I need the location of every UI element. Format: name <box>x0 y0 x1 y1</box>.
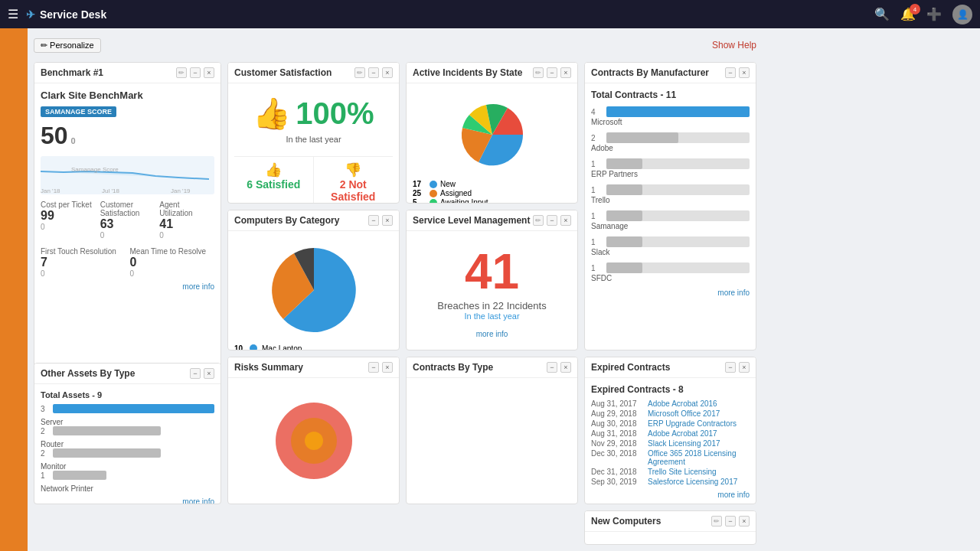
other-assets-close-btn[interactable]: × <box>204 368 214 379</box>
new-computers-header: New Computers ✏ − × <box>585 511 756 532</box>
satisfaction-subtitle: In the last year <box>234 135 393 144</box>
contracts-mfr-close-btn[interactable]: × <box>739 67 750 78</box>
customer-sat-close-btn[interactable]: × <box>382 67 393 78</box>
not-satisfied-col: 👎 2 Not Satisfied <box>314 157 394 204</box>
benchmark-edit-btn[interactable]: ✏ <box>176 67 187 78</box>
nav-icons: 🔍 🔔 4 ➕ 👤 <box>874 5 972 24</box>
contracts-type-widget: Contracts By Type − × <box>406 357 578 504</box>
show-help-link[interactable]: Show Help <box>712 40 756 51</box>
personalize-button[interactable]: ✏ Personalize <box>34 38 101 53</box>
metric-first-touch: First Touch Resolution 7 0 <box>41 247 126 278</box>
top-nav: ☰ ✈ Service Desk 🔍 🔔 4 ➕ 👤 <box>0 0 980 28</box>
computers-cat-close-btn[interactable]: × <box>382 215 393 226</box>
contracts-type-close-btn[interactable]: × <box>560 362 571 373</box>
asset-bar-row: 2 <box>41 426 214 435</box>
other-assets-more-info[interactable]: more info <box>41 497 214 504</box>
expired-contract-link[interactable]: ERP Upgrade Contractors <box>648 419 737 428</box>
contracts-type-header: Contracts By Type − × <box>407 357 577 378</box>
contracts-mfr-more-info[interactable]: more info <box>591 289 750 297</box>
slm-more-info[interactable]: more info <box>476 330 508 338</box>
slm-subtitle: In the last year <box>464 311 519 321</box>
expired-header: Expired Contracts − × <box>585 357 756 378</box>
benchmark-close-btn[interactable]: × <box>204 67 214 78</box>
customer-sat-minimize-btn[interactable]: − <box>368 67 379 78</box>
customer-sat-edit-btn[interactable]: ✏ <box>354 67 365 78</box>
legend-row-awaiting: 5 Awaiting Input <box>413 198 571 204</box>
expired-contract-link[interactable]: Adobe Acrobat 2017 <box>648 429 717 438</box>
contracts-type-minimize-btn[interactable]: − <box>547 362 557 373</box>
expired-more-info[interactable]: more info <box>591 491 750 499</box>
legend-row-new: 17 New <box>413 180 571 188</box>
customer-sat-controls: ✏ − × <box>354 67 393 78</box>
svg-text:Jan '18: Jan '18 <box>41 187 60 194</box>
hamburger-icon[interactable]: ☰ <box>8 7 18 21</box>
svg-text:Jul '18: Jul '18 <box>102 187 119 194</box>
new-computers-minimize-btn[interactable]: − <box>725 516 736 527</box>
risks-title: Risks Summary <box>234 362 368 373</box>
left-sidebar <box>0 28 28 551</box>
expired-contract-link[interactable]: Slack Licensing 2017 <box>648 439 720 448</box>
new-computers-body <box>585 532 756 544</box>
computers-cat-legend: 10 Mac Laptop 2 Server 1 Laptop <box>234 344 393 351</box>
slm-widget: Service Level Management ✏ − × 41 Breach… <box>406 210 578 351</box>
customer-satisfaction-widget: Customer Satisfaction ✏ − × 👍 100% In th… <box>227 62 400 204</box>
slm-title: Service Level Management <box>413 215 533 226</box>
svg-point-6 <box>305 432 323 450</box>
other-assets-title: Other Assets By Type <box>41 368 190 379</box>
benchmark-chart: Jan '18 Jul '18 Jan '19 Samanage Score <box>41 156 214 194</box>
assigned-dot <box>430 190 437 197</box>
expired-contract-link[interactable]: Adobe Acrobat 2016 <box>648 399 717 408</box>
slm-minimize-btn[interactable]: − <box>547 215 557 226</box>
new-computers-controls: ✏ − × <box>711 516 750 527</box>
incidents-close-btn[interactable]: × <box>560 67 571 78</box>
active-incidents-widget: Active Incidents By State ✏ − × <box>406 62 578 204</box>
contracts-mfr-minimize-btn[interactable]: − <box>725 67 736 78</box>
computers-category-widget: Computers By Category − × <box>227 210 400 351</box>
metric-customer-satisfaction: Customer Satisfaction 63 0 <box>100 201 155 240</box>
contracts-mfr-header: Contracts By Manufacturer − × <box>585 63 756 83</box>
benchmark-header: Benchmark #1 ✏ − × <box>34 63 220 83</box>
search-icon[interactable]: 🔍 <box>874 7 890 21</box>
expired-close-btn[interactable]: × <box>739 362 750 373</box>
other-assets-minimize-btn[interactable]: − <box>190 368 201 379</box>
user-avatar[interactable]: 👤 <box>952 5 972 24</box>
contracts-manufacturer-widget: Contracts By Manufacturer − × Total Cont… <box>584 62 756 350</box>
new-computers-edit-btn[interactable]: ✏ <box>711 516 722 527</box>
incidents-edit-btn[interactable]: ✏ <box>533 67 544 78</box>
notification-icon[interactable]: 🔔 4 <box>900 7 916 21</box>
expired-minimize-btn[interactable]: − <box>725 362 736 373</box>
risks-minimize-btn[interactable]: − <box>368 362 379 373</box>
app-logo: ✈ Service Desk <box>26 8 106 21</box>
expired-contract-row: Nov 29, 2018Slack Licensing 2017 <box>591 439 750 448</box>
expired-contract-link[interactable]: Trello Site Licensing <box>648 468 717 476</box>
incidents-minimize-btn[interactable]: − <box>547 67 557 78</box>
main-dashboard: ✏ Personalize Show Help Benchmark #1 ✏ −… <box>28 28 980 551</box>
expired-contract-link[interactable]: Microsoft Office 2017 <box>648 409 720 418</box>
new-computers-title: New Computers <box>591 516 711 527</box>
risks-close-btn[interactable]: × <box>382 362 393 373</box>
computers-cat-title: Computers By Category <box>234 215 368 226</box>
assets-total: Total Assets - 9 <box>41 390 214 399</box>
contracts-mfr-controls: − × <box>725 67 750 78</box>
computers-cat-minimize-btn[interactable]: − <box>368 215 379 226</box>
satisfaction-row: 👍 6 Satisfied 👎 2 Not Satisfied <box>234 156 393 204</box>
add-icon[interactable]: ➕ <box>926 7 942 21</box>
expired-contract-row: Aug 30, 2018ERP Upgrade Contractors <box>591 419 750 428</box>
contracts-mfr-bars: 4Microsoft2Adobe1ERP Partners1Trello1Sam… <box>591 106 750 282</box>
expired-body: Expired Contracts - 8 Aug 31, 2017Adobe … <box>585 378 756 504</box>
metric-mean-time: Mean Time to Resolve 0 0 <box>130 247 215 278</box>
expired-controls: − × <box>725 362 750 373</box>
slm-close-btn[interactable]: × <box>560 215 571 226</box>
thumbs-up-icon: 👍 <box>253 96 291 132</box>
benchmark-minimize-btn[interactable]: − <box>190 67 201 78</box>
slm-edit-btn[interactable]: ✏ <box>533 215 544 226</box>
expired-contract-link[interactable]: Salesforce Licensing 2017 <box>648 478 737 486</box>
contract-bar-row: 1Trello <box>591 184 750 204</box>
new-computers-widget: New Computers ✏ − × <box>584 510 756 545</box>
new-computers-close-btn[interactable]: × <box>739 516 750 527</box>
expired-contract-link[interactable]: Office 365 2018 Licensing Agreement <box>648 449 750 466</box>
contracts-type-title: Contracts By Type <box>413 362 547 373</box>
risks-header: Risks Summary − × <box>228 357 399 378</box>
logo-icon: ✈ <box>26 8 35 21</box>
benchmark-more-info[interactable]: more info <box>41 282 214 291</box>
